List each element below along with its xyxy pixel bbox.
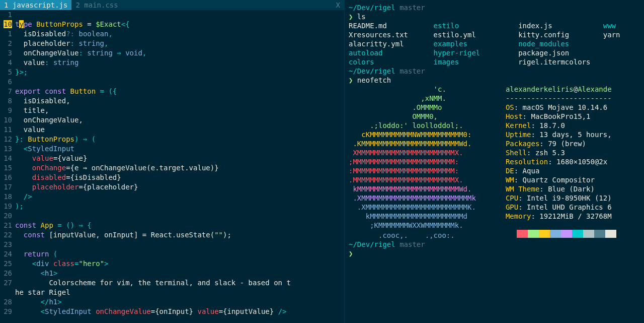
tab-close-icon[interactable]: X xyxy=(336,1,344,9)
editor-pane: 1 javascript.js 2 main.css X 110type But… xyxy=(0,0,345,323)
tab-maincss[interactable]: 2 main.css xyxy=(71,0,122,10)
editor-tabbar: 1 javascript.js 2 main.css X xyxy=(0,0,344,10)
editor-body[interactable]: 110type ButtonProps = $Exact<{1 isDisabl… xyxy=(0,10,344,323)
terminal-pane[interactable]: ~/Dev/rigel master❯ lsREADME.md estilo i… xyxy=(345,0,644,323)
tab-javascript[interactable]: 1 javascript.js xyxy=(0,0,71,10)
